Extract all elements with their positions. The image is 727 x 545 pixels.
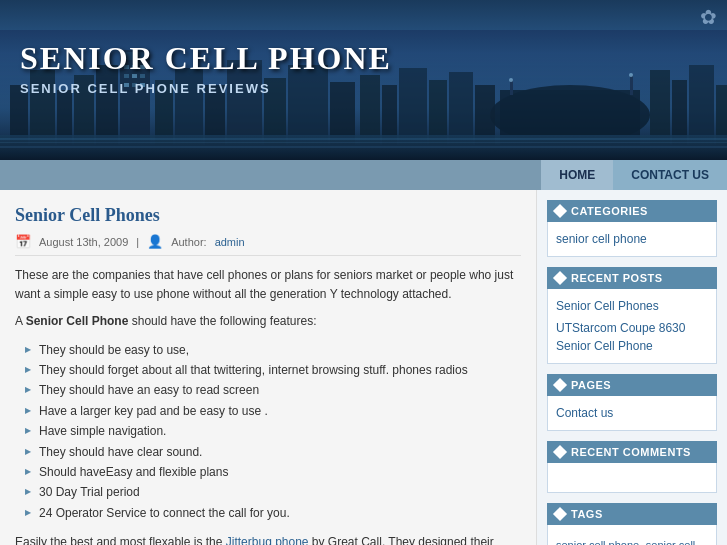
tags-section: TAGS senior cell phone senior cell phone… xyxy=(547,503,717,545)
site-title: SENIOR CELL PHONE xyxy=(20,40,392,77)
svg-rect-32 xyxy=(399,68,427,145)
content-area: Senior Cell Phones 📅 August 13th, 2009 |… xyxy=(0,190,537,545)
author-label: Author: xyxy=(171,236,206,248)
recent-posts-heading: RECENT POSTS xyxy=(547,267,717,289)
recent-comments-label: RECENT COMMENTS xyxy=(571,446,691,458)
list-item: They should have clear sound. xyxy=(25,442,521,462)
category-link-senior-cell-phone[interactable]: senior cell phone xyxy=(556,228,708,250)
svg-rect-42 xyxy=(0,142,727,143)
recent-post-link-2[interactable]: UTStarcom Coupe 8630 Senior Cell Phone xyxy=(556,317,708,357)
intro2-bold: Senior Cell Phone xyxy=(26,314,129,328)
post-meta: 📅 August 13th, 2009 | 👤 Author: admin xyxy=(15,234,521,256)
intro-paragraph-2: A Senior Cell Phone should have the foll… xyxy=(15,312,521,331)
nav-contact[interactable]: CONTACT US xyxy=(613,160,727,190)
svg-rect-38 xyxy=(689,65,714,145)
author-icon: 👤 xyxy=(147,234,163,249)
list-item: 24 Operator Service to connect the call … xyxy=(25,503,521,523)
post-body: These are the companies that have cell p… xyxy=(15,266,521,545)
categories-label: CATEGORIES xyxy=(571,205,648,217)
recent-comments-section: RECENT COMMENTS xyxy=(547,441,717,493)
categories-content: senior cell phone xyxy=(547,222,717,257)
pages-label: PAGES xyxy=(571,379,611,391)
list-item: 30 Day Trial period xyxy=(25,482,521,502)
svg-rect-41 xyxy=(0,138,727,140)
svg-rect-43 xyxy=(0,146,727,148)
author-link[interactable]: admin xyxy=(215,236,245,248)
recent-posts-section: RECENT POSTS Senior Cell Phones UTStarco… xyxy=(547,267,717,364)
header-text-block: SENIOR CELL PHONE SENIOR CELL PHONE REVI… xyxy=(20,40,392,96)
tag-cloud: senior cell phone senior cell phone plan… xyxy=(547,525,717,545)
pages-section: PAGES Contact us xyxy=(547,374,717,431)
meta-separator: | xyxy=(136,236,139,248)
recent-comments-heading: RECENT COMMENTS xyxy=(547,441,717,463)
site-subtitle: SENIOR CELL PHONE REVIEWS xyxy=(20,81,392,96)
post-date: August 13th, 2009 xyxy=(39,236,128,248)
tags-icon xyxy=(553,507,567,521)
list-item: Have a larger key pad and be easy to use… xyxy=(25,401,521,421)
pages-heading: PAGES xyxy=(547,374,717,396)
feature-list: They should be easy to use, They should … xyxy=(25,340,521,524)
categories-section: CATEGORIES senior cell phone xyxy=(547,200,717,257)
post-title: Senior Cell Phones xyxy=(15,205,521,226)
list-item: Have simple navigation. xyxy=(25,421,521,441)
categories-heading: CATEGORIES xyxy=(547,200,717,222)
navigation-bar: HOME CONTACT US xyxy=(0,160,727,190)
closing-paragraph: Easily the best and most flexable is the… xyxy=(15,533,521,545)
jitterbug-link[interactable]: Jitterbug phone xyxy=(226,535,309,545)
pages-icon xyxy=(553,378,567,392)
page-link-contact[interactable]: Contact us xyxy=(556,402,708,424)
svg-rect-36 xyxy=(650,70,670,145)
intro2-suffix: should have the following features: xyxy=(128,314,316,328)
categories-icon xyxy=(553,204,567,218)
recent-posts-icon xyxy=(553,271,567,285)
tags-label: TAGS xyxy=(571,508,603,520)
recent-posts-label: RECENT POSTS xyxy=(571,272,663,284)
recent-posts-content: Senior Cell Phones UTStarcom Coupe 8630 … xyxy=(547,289,717,364)
recent-comments-content xyxy=(547,463,717,493)
nav-home[interactable]: HOME xyxy=(541,160,613,190)
sidebar: CATEGORIES senior cell phone RECENT POST… xyxy=(537,190,727,545)
recent-comments-icon xyxy=(553,445,567,459)
svg-point-27 xyxy=(509,78,513,82)
svg-point-29 xyxy=(629,73,633,77)
site-header: SENIOR CELL PHONE SENIOR CELL PHONE REVI… xyxy=(0,0,727,160)
pages-content: Contact us xyxy=(547,396,717,431)
intro-paragraph-1: These are the companies that have cell p… xyxy=(15,266,521,304)
tag-link-1[interactable]: senior cell phone xyxy=(556,539,639,545)
list-item: They should be easy to use, xyxy=(25,340,521,360)
svg-rect-34 xyxy=(449,72,473,145)
tags-heading: TAGS xyxy=(547,503,717,525)
closing-prefix: Easily the best and most flexable is the xyxy=(15,535,226,545)
svg-rect-26 xyxy=(510,80,513,95)
intro2-prefix: A xyxy=(15,314,26,328)
header-decoration: ✿ xyxy=(700,5,717,29)
list-item: They should have an easy to read screen xyxy=(25,380,521,400)
list-item: Should haveEasy and flexible plans xyxy=(25,462,521,482)
recent-post-link-1[interactable]: Senior Cell Phones xyxy=(556,295,708,317)
list-item: They should forget about all that twitte… xyxy=(25,360,521,380)
calendar-icon: 📅 xyxy=(15,234,31,249)
main-container: Senior Cell Phones 📅 August 13th, 2009 |… xyxy=(0,190,727,545)
svg-rect-28 xyxy=(630,75,633,95)
